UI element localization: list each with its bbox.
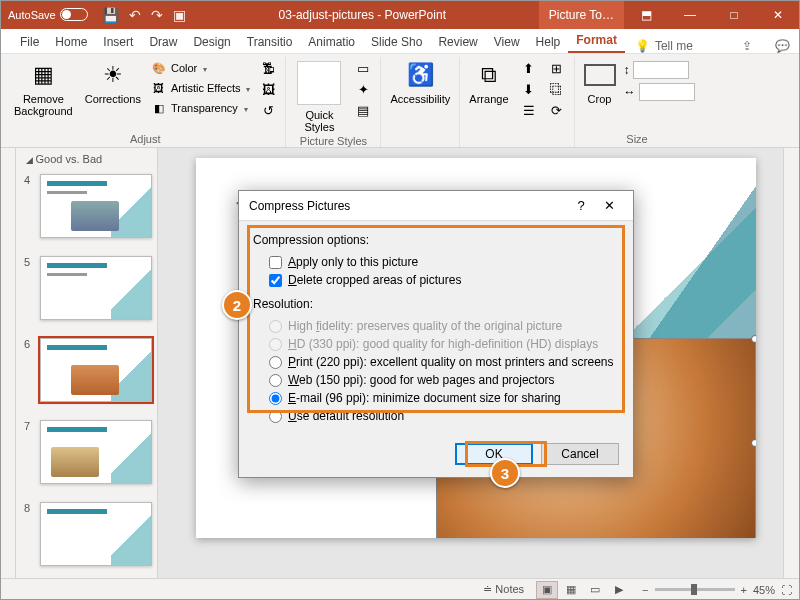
compress-pictures-icon[interactable]: 🗜 [258, 59, 278, 77]
remove-background-icon: ▦ [27, 59, 59, 91]
zoom-out-icon[interactable]: − [642, 584, 648, 596]
slide-thumbnails-pane: Good vs. Bad 4 5 6 7 8 [16, 148, 158, 578]
zoom-in-icon[interactable]: + [741, 584, 747, 596]
group-arrange: ⧉ Arrange ⬆ ⬇ ☰ ⊞ ⿻ ⟳ [460, 57, 574, 147]
height-field[interactable] [633, 61, 689, 79]
group-adjust: ▦ Remove Background ☀ Corrections 🎨Color… [5, 57, 286, 147]
picture-border-icon[interactable]: ▭ [353, 59, 373, 77]
height-icon: ↕ [624, 63, 630, 77]
tab-design[interactable]: Design [185, 31, 238, 53]
arrange-button[interactable]: ⧉ Arrange [465, 57, 512, 107]
picture-effects-icon[interactable]: ✦ [353, 80, 373, 98]
tab-help[interactable]: Help [528, 31, 569, 53]
width-field[interactable] [639, 83, 695, 101]
bring-forward-icon[interactable]: ⬆ [519, 59, 539, 77]
tab-transitions[interactable]: Transitio [239, 31, 301, 53]
picture-layout-icon[interactable]: ▤ [353, 101, 373, 119]
minimize-icon[interactable]: — [668, 0, 712, 29]
share-icon[interactable]: ⇪ [732, 35, 762, 57]
selection-pane-icon[interactable]: ☰ [519, 101, 539, 119]
normal-view-icon[interactable]: ▣ [536, 581, 558, 599]
tab-animations[interactable]: Animatio [300, 31, 363, 53]
zoom-slider[interactable] [655, 588, 735, 591]
close-icon[interactable]: ✕ [756, 0, 800, 29]
quick-styles-label: Quick Styles [304, 109, 334, 133]
contextual-tab-label: Picture To… [539, 0, 624, 29]
tab-format[interactable]: Format [568, 29, 625, 53]
res-default-label[interactable]: Use default resolution [288, 409, 404, 423]
cancel-button[interactable]: Cancel [541, 443, 619, 465]
comments-icon[interactable]: 💬 [765, 35, 800, 57]
dialog-title: Compress Pictures [249, 199, 350, 213]
res-email-label[interactable]: E-mail (96 ppi): minimize document size … [288, 391, 561, 405]
fit-to-window-icon[interactable]: ⛶ [781, 584, 792, 596]
res-print-radio[interactable] [269, 356, 282, 369]
slide-thumb-8[interactable]: 8 [24, 502, 153, 566]
apply-only-label[interactable]: Apply only to this picture [288, 255, 418, 269]
toggle-off-icon[interactable] [60, 8, 88, 21]
section-header[interactable]: Good vs. Bad [20, 150, 157, 168]
tab-review[interactable]: Review [430, 31, 485, 53]
align-icon[interactable]: ⊞ [547, 59, 567, 77]
group-size: Crop ↕ ↔ Size [575, 57, 700, 147]
callout-2: 2 [222, 290, 252, 320]
resize-handle[interactable] [751, 439, 756, 447]
maximize-icon[interactable]: □ [712, 0, 756, 29]
outline-tab[interactable] [0, 148, 16, 578]
slide-thumb-6[interactable]: 6 [24, 338, 153, 402]
corrections-label: Corrections [85, 93, 141, 105]
start-slideshow-icon[interactable]: ▣ [173, 7, 186, 23]
remove-background-button[interactable]: ▦ Remove Background [10, 57, 77, 119]
window-buttons: ⬒ — □ ✕ [624, 0, 800, 29]
reset-picture-icon[interactable]: ↺ [258, 101, 278, 119]
sorter-view-icon[interactable]: ▦ [560, 581, 582, 599]
slide-thumb-5[interactable]: 5 [24, 256, 153, 320]
ribbon-options-icon[interactable]: ⬒ [624, 0, 668, 29]
apply-only-checkbox[interactable] [269, 256, 282, 269]
undo-icon[interactable]: ↶ [129, 7, 141, 23]
group-adjust-label: Adjust [130, 133, 161, 147]
tab-slideshow[interactable]: Slide Sho [363, 31, 430, 53]
group-icon[interactable]: ⿻ [547, 80, 567, 98]
artistic-effects-button[interactable]: 🖼Artistic Effects [149, 79, 252, 97]
res-email-radio[interactable] [269, 392, 282, 405]
delete-cropped-label[interactable]: Delete cropped areas of pictures [288, 273, 461, 287]
save-icon[interactable]: 💾 [102, 7, 119, 23]
redo-icon[interactable]: ↷ [151, 7, 163, 23]
res-default-radio[interactable] [269, 410, 282, 423]
res-high-fidelity-label: High fidelity: preserves quality of the … [288, 319, 562, 333]
slideshow-view-icon[interactable]: ▶ [608, 581, 630, 599]
res-web-label[interactable]: Web (150 ppi): good for web pages and pr… [288, 373, 555, 387]
group-size-label: Size [626, 133, 647, 147]
tab-file[interactable]: File [12, 31, 47, 53]
delete-cropped-checkbox[interactable] [269, 274, 282, 287]
slide-thumb-4[interactable]: 4 [24, 174, 153, 238]
corrections-button[interactable]: ☀ Corrections [81, 57, 145, 107]
tab-view[interactable]: View [486, 31, 528, 53]
dialog-close-icon[interactable]: ✕ [595, 198, 623, 213]
autosave-toggle[interactable]: AutoSave [8, 8, 88, 21]
change-picture-icon[interactable]: 🖼 [258, 80, 278, 98]
tab-insert[interactable]: Insert [95, 31, 141, 53]
transparency-button[interactable]: ◧Transparency [149, 99, 252, 117]
tell-me-label: Tell me [655, 39, 693, 53]
dialog-help-icon[interactable]: ? [567, 198, 595, 213]
quick-styles-button[interactable]: Quick Styles [291, 57, 347, 135]
reading-view-icon[interactable]: ▭ [584, 581, 606, 599]
tab-draw[interactable]: Draw [141, 31, 185, 53]
res-print-label[interactable]: Print (220 ppi): excellent quality on mo… [288, 355, 614, 369]
notes-button[interactable]: ≐ Notes [483, 583, 524, 596]
vertical-scrollbar[interactable] [783, 148, 800, 578]
slide-thumb-7[interactable]: 7 [24, 420, 153, 484]
tab-home[interactable]: Home [47, 31, 95, 53]
tell-me-search[interactable]: 💡 Tell me [625, 39, 703, 53]
color-button[interactable]: 🎨Color [149, 59, 252, 77]
res-web-radio[interactable] [269, 374, 282, 387]
crop-button[interactable]: Crop [580, 57, 620, 107]
resize-handle[interactable] [751, 335, 756, 343]
accessibility-button[interactable]: ♿ Accessibility [386, 57, 454, 107]
remove-background-label: Remove Background [14, 93, 73, 117]
send-backward-icon[interactable]: ⬇ [519, 80, 539, 98]
zoom-level[interactable]: 45% [753, 584, 775, 596]
rotate-icon[interactable]: ⟳ [547, 101, 567, 119]
